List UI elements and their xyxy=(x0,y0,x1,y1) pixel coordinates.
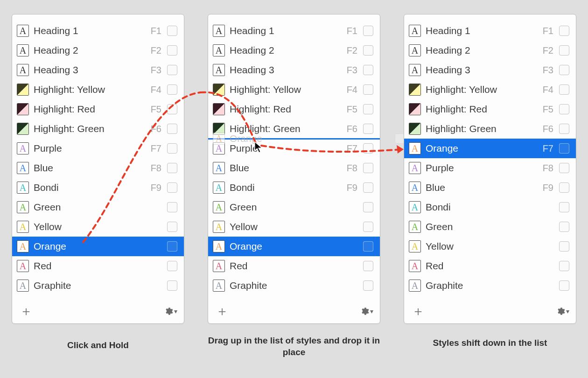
style-visibility-checkbox[interactable] xyxy=(559,124,569,134)
style-visibility-checkbox[interactable] xyxy=(363,84,373,95)
style-actions-menu[interactable]: ▾ xyxy=(556,307,569,316)
style-swatch-icon: A xyxy=(213,142,225,154)
style-row[interactable]: ABondi xyxy=(404,197,576,217)
style-visibility-checkbox[interactable] xyxy=(559,241,569,252)
style-visibility-checkbox[interactable] xyxy=(363,45,373,56)
style-row[interactable]: AYellow xyxy=(12,217,184,237)
style-row[interactable]: AYellow xyxy=(404,237,576,256)
style-actions-menu[interactable]: ▾ xyxy=(164,307,177,316)
style-row[interactable]: Highlight: YellowF4 xyxy=(404,80,576,99)
style-row[interactable]: Highlight: YellowF4 xyxy=(12,80,184,99)
style-row[interactable]: APurpleF8 xyxy=(404,158,576,178)
style-row[interactable]: Highlight: GreenF6 xyxy=(12,119,184,139)
style-row[interactable]: AHeading 2F2 xyxy=(404,41,576,60)
style-row[interactable]: ARed xyxy=(404,256,576,276)
style-row[interactable]: AHeading 2F2 xyxy=(12,41,184,60)
style-visibility-checkbox[interactable] xyxy=(559,202,569,212)
style-actions-menu[interactable]: ▾ xyxy=(360,307,373,316)
style-row[interactable]: Highlight: GreenF6 xyxy=(208,119,380,139)
style-row[interactable]: AGraphite xyxy=(208,276,380,295)
style-visibility-checkbox[interactable] xyxy=(363,163,373,173)
style-row[interactable]: AOrange xyxy=(12,237,184,256)
style-swatch-icon: A xyxy=(17,25,29,37)
style-visibility-checkbox[interactable] xyxy=(167,241,177,252)
style-row[interactable]: ABlueF8 xyxy=(12,158,184,178)
style-row[interactable]: Highlight: RedF5 xyxy=(12,99,184,119)
style-row[interactable]: APurpleF7 xyxy=(208,139,380,158)
style-visibility-checkbox[interactable] xyxy=(559,104,569,114)
style-visibility-checkbox[interactable] xyxy=(167,104,177,114)
style-row[interactable]: AHeading 3F3 xyxy=(404,60,576,80)
style-row[interactable]: ABlueF8 xyxy=(208,158,380,178)
style-row[interactable]: ABondiF9 xyxy=(208,178,380,197)
style-row[interactable]: Highlight: RedF5 xyxy=(208,99,380,119)
style-visibility-checkbox[interactable] xyxy=(167,202,177,212)
style-row[interactable]: ARed xyxy=(208,256,380,276)
styles-list[interactable]: AHeading 1F1AHeading 2F2AHeading 3F3 Hig… xyxy=(404,21,576,295)
panel-footer: ＋ ▾ xyxy=(404,299,576,323)
style-visibility-checkbox[interactable] xyxy=(167,280,177,291)
style-visibility-checkbox[interactable] xyxy=(559,45,569,56)
style-row[interactable]: AHeading 1F1 xyxy=(208,21,380,41)
style-row[interactable]: AHeading 1F1 xyxy=(12,21,184,41)
style-row[interactable]: Highlight: YellowF4 xyxy=(208,80,380,99)
styles-list[interactable]: AHeading 1F1AHeading 2F2AHeading 3F3 Hig… xyxy=(208,21,380,295)
style-visibility-checkbox[interactable] xyxy=(363,182,373,193)
style-visibility-checkbox[interactable] xyxy=(559,65,569,75)
style-row[interactable]: AOrangeF7 xyxy=(404,139,576,158)
style-visibility-checkbox[interactable] xyxy=(167,261,177,271)
style-label: Graphite xyxy=(34,280,161,291)
style-row[interactable]: AYellow xyxy=(208,217,380,237)
style-visibility-checkbox[interactable] xyxy=(167,124,177,134)
style-visibility-checkbox[interactable] xyxy=(559,143,569,154)
style-row[interactable]: Highlight: GreenF6 xyxy=(404,119,576,139)
style-visibility-checkbox[interactable] xyxy=(559,280,569,291)
add-style-button[interactable]: ＋ xyxy=(412,305,425,318)
style-row[interactable]: AGreen xyxy=(208,197,380,217)
style-visibility-checkbox[interactable] xyxy=(167,45,177,56)
style-visibility-checkbox[interactable] xyxy=(363,241,373,252)
style-row[interactable]: AOrange xyxy=(208,237,380,256)
style-row[interactable]: ARed xyxy=(12,256,184,276)
style-row[interactable]: AGreen xyxy=(12,197,184,217)
style-visibility-checkbox[interactable] xyxy=(559,163,569,173)
style-visibility-checkbox[interactable] xyxy=(167,143,177,154)
style-visibility-checkbox[interactable] xyxy=(559,222,569,232)
style-row[interactable]: ABlueF9 xyxy=(404,178,576,197)
style-visibility-checkbox[interactable] xyxy=(167,84,177,95)
style-visibility-checkbox[interactable] xyxy=(363,104,373,114)
style-visibility-checkbox[interactable] xyxy=(167,163,177,173)
style-row[interactable]: AHeading 1F1 xyxy=(404,21,576,41)
style-visibility-checkbox[interactable] xyxy=(167,65,177,75)
style-row[interactable]: Highlight: RedF5 xyxy=(404,99,576,119)
style-row[interactable]: AGraphite xyxy=(12,276,184,295)
style-row[interactable]: AHeading 3F3 xyxy=(208,60,380,80)
style-visibility-checkbox[interactable] xyxy=(167,26,177,36)
style-visibility-checkbox[interactable] xyxy=(363,143,373,154)
style-swatch-icon: A xyxy=(409,44,421,56)
style-row[interactable]: AGraphite xyxy=(404,276,576,295)
styles-list[interactable]: AHeading 1F1AHeading 2F2AHeading 3F3 Hig… xyxy=(12,21,184,295)
style-visibility-checkbox[interactable] xyxy=(559,182,569,193)
style-visibility-checkbox[interactable] xyxy=(363,124,373,134)
style-row[interactable]: AHeading 2F2 xyxy=(208,41,380,60)
style-visibility-checkbox[interactable] xyxy=(363,65,373,75)
style-row[interactable]: AHeading 3F3 xyxy=(12,60,184,80)
style-label: Green xyxy=(230,202,357,213)
add-style-button[interactable]: ＋ xyxy=(20,305,33,318)
style-row[interactable]: ABondiF9 xyxy=(12,178,184,197)
style-visibility-checkbox[interactable] xyxy=(559,84,569,95)
style-visibility-checkbox[interactable] xyxy=(167,222,177,232)
style-row[interactable]: APurpleF7 xyxy=(12,139,184,158)
style-visibility-checkbox[interactable] xyxy=(559,26,569,36)
style-visibility-checkbox[interactable] xyxy=(363,222,373,232)
style-visibility-checkbox[interactable] xyxy=(363,280,373,291)
style-visibility-checkbox[interactable] xyxy=(559,261,569,271)
style-row[interactable]: AGreen xyxy=(404,217,576,237)
style-visibility-checkbox[interactable] xyxy=(167,182,177,193)
add-style-button[interactable]: ＋ xyxy=(216,305,229,318)
style-visibility-checkbox[interactable] xyxy=(363,202,373,212)
style-visibility-checkbox[interactable] xyxy=(363,261,373,271)
style-shortcut: F2 xyxy=(151,45,161,56)
style-visibility-checkbox[interactable] xyxy=(363,26,373,36)
